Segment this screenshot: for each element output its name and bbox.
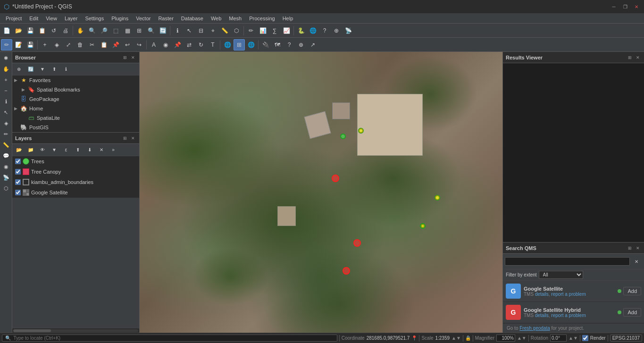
menu-plugins[interactable]: Plugins	[108, 15, 132, 22]
measure-button[interactable]: 📏	[219, 25, 230, 36]
select-location-button[interactable]: ⌖	[207, 25, 218, 36]
delete-button[interactable]: 🗑	[75, 39, 86, 50]
browser-enable-button[interactable]: ℹ	[60, 64, 72, 75]
label-move-button[interactable]: ⇄	[184, 39, 195, 50]
measure-area-button[interactable]: ⬡	[231, 25, 242, 36]
filter-expression-button[interactable]: ε	[60, 144, 72, 156]
copy-button[interactable]: 📋	[98, 39, 109, 50]
browser-item-postgis[interactable]: 🐘 PostGIS	[12, 123, 139, 132]
trees-visibility-checkbox[interactable]	[15, 159, 21, 164]
results-close-button[interactable]: ✕	[635, 54, 641, 61]
zoom-selection-button[interactable]: 🔍	[145, 25, 157, 36]
add-feature-button[interactable]: +	[39, 39, 50, 50]
vertex-tool-button[interactable]: ◈	[51, 39, 62, 50]
qms-float-button[interactable]: ⊞	[627, 245, 633, 251]
qms-google-satellite-add-button[interactable]: Add	[623, 287, 641, 295]
map-area[interactable]	[140, 52, 502, 333]
minimize-button[interactable]: ─	[610, 3, 618, 10]
wms-button[interactable]: 🌐	[222, 39, 233, 50]
tile-button[interactable]: ⊞	[234, 39, 245, 50]
touch-zoom-button[interactable]: ✱	[1, 53, 11, 63]
zoom-in-button[interactable]: 🔍	[86, 25, 98, 36]
digitize-button[interactable]: ✏	[245, 25, 257, 36]
paste-button[interactable]: 📌	[110, 39, 121, 50]
browser-item-spatialite[interactable]: 🗃 SpatiaLite	[12, 113, 139, 123]
browser-add-button[interactable]: ⊕	[13, 64, 25, 75]
pan-map-button[interactable]: ✋	[1, 64, 11, 74]
render-checkbox[interactable]	[582, 335, 588, 341]
qms-google-hybrid-details-link[interactable]: details	[535, 313, 549, 318]
gps-lt-button[interactable]: 📡	[1, 172, 11, 183]
browser-collapse-button[interactable]: ⬆	[49, 64, 60, 75]
qms-search-input[interactable]: goog	[505, 257, 630, 266]
save-edits-button[interactable]: 💾	[25, 39, 36, 50]
plugin4-button[interactable]: ⊕	[295, 39, 307, 50]
wfs-button[interactable]: 🌐	[245, 39, 257, 50]
tree-canopy-visibility-checkbox[interactable]	[15, 169, 21, 175]
label-tool-button[interactable]: A	[148, 39, 159, 50]
undo-button[interactable]: ↩	[122, 39, 133, 50]
zoom-out-button[interactable]: 🔎	[98, 25, 109, 36]
restore-button[interactable]: ❐	[621, 3, 629, 10]
qms-google-hybrid-add-button[interactable]: Add	[623, 308, 641, 317]
remove-layer-button[interactable]: ✕	[96, 144, 107, 156]
collapse-layers-button[interactable]: ⬇	[84, 144, 95, 156]
browser-filter-button[interactable]: ▼	[37, 64, 48, 75]
zoom-rubber-button[interactable]: ⬚	[110, 25, 121, 36]
stats-button[interactable]: 📈	[281, 25, 292, 36]
plugin2-button[interactable]: 🗺	[272, 39, 283, 50]
attr-table-button[interactable]: 📊	[257, 25, 268, 36]
new-project-button[interactable]: 📄	[1, 25, 12, 36]
layer-item-tree-canopy[interactable]: Tree Canopy	[12, 167, 139, 177]
revert-button[interactable]: ↺	[48, 25, 59, 36]
show-all-button[interactable]: 👁	[37, 144, 48, 156]
vertex-lt-button[interactable]: ◈	[1, 118, 11, 128]
annotation-lt-button[interactable]: 💬	[1, 151, 11, 161]
cut-button[interactable]: ✂	[86, 39, 98, 50]
field-calc-button[interactable]: ∑	[269, 25, 280, 36]
layer-item-google[interactable]: Google Satellite	[12, 187, 139, 198]
print-button[interactable]: 🖨	[60, 25, 71, 36]
filter-layers-button[interactable]: ▼	[49, 144, 60, 156]
spatial-lt-button[interactable]: ◉	[1, 161, 11, 172]
menu-raster[interactable]: Raster	[154, 15, 177, 22]
browser-item-bookmarks[interactable]: ▶ 🔖 Spatial Bookmarks	[12, 85, 139, 94]
menu-edit[interactable]: Edit	[25, 15, 42, 22]
browser-item-home[interactable]: ▶ 🏠 Home	[12, 104, 139, 113]
menu-web[interactable]: Web	[207, 15, 225, 22]
tile-lt-button[interactable]: ⬡	[1, 183, 11, 193]
label-font-button[interactable]: T	[207, 39, 218, 50]
browser-float-button[interactable]: ⊞	[122, 54, 128, 61]
zoom-layer-button[interactable]: ▦	[122, 25, 133, 36]
deselect-button[interactable]: ⊟	[195, 25, 207, 36]
plugin1-button[interactable]: 🔌	[260, 39, 271, 50]
browser-close-button[interactable]: ✕	[130, 54, 136, 61]
qms-geodata-link[interactable]: Fresh geodata	[519, 326, 550, 331]
menu-processing[interactable]: Processing	[245, 15, 278, 22]
menu-settings[interactable]: Settings	[81, 15, 108, 22]
close-button[interactable]: ✕	[633, 3, 640, 10]
layer-item-boundaries[interactable]: kiambu_admin_boundaries	[12, 177, 139, 187]
refresh-button[interactable]: 🔄	[157, 25, 168, 36]
menu-vector[interactable]: Vector	[132, 15, 154, 22]
identify-button[interactable]: ℹ	[172, 25, 183, 36]
plugin5-button[interactable]: ↗	[307, 39, 318, 50]
pan-button[interactable]: ✋	[75, 25, 86, 36]
crs-badge[interactable]: EPSG:21037	[610, 335, 642, 342]
menu-help[interactable]: Help	[279, 15, 297, 22]
browser-item-favorites[interactable]: ▶ ★ Favorites	[12, 75, 139, 85]
results-float-button[interactable]: ⊞	[627, 54, 633, 61]
rotation-input[interactable]	[550, 335, 567, 342]
panel-scrollbar[interactable]	[12, 328, 139, 333]
menu-layer[interactable]: Layer	[61, 15, 82, 22]
qms-google-hybrid-report-link[interactable]: report a problem	[551, 313, 585, 318]
menu-database[interactable]: Database	[177, 15, 207, 22]
python-button[interactable]: 🐍	[295, 25, 307, 36]
help-button[interactable]: ?	[319, 25, 330, 36]
select-button[interactable]: ↖	[184, 25, 195, 36]
layers-close-button[interactable]: ✕	[130, 135, 136, 142]
layers-more-button[interactable]: »	[108, 144, 119, 156]
locator-input[interactable]	[2, 335, 337, 342]
browser-item-geopackage[interactable]: 🗄 GeoPackage	[12, 94, 139, 104]
open-layer-button[interactable]: 📂	[13, 144, 25, 156]
